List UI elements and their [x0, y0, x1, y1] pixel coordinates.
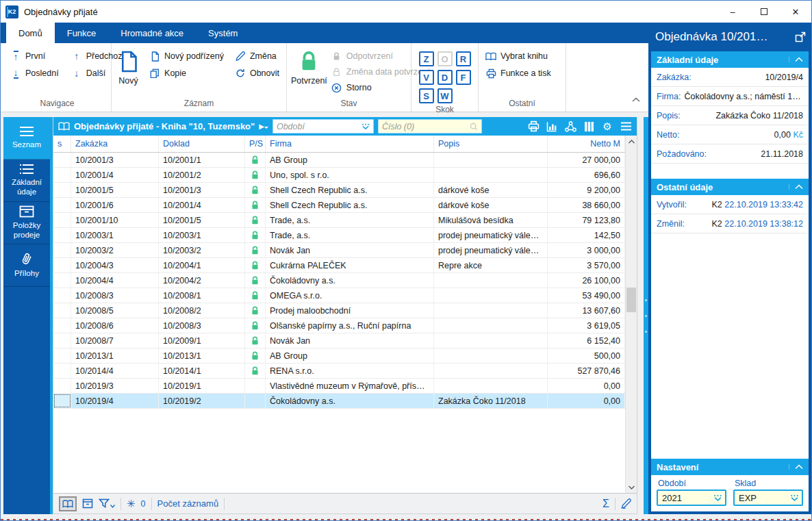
row-select-cell[interactable]	[53, 394, 71, 408]
tab-funkce[interactable]: Funkce	[55, 23, 109, 43]
section-header[interactable]: Ostatní údaje	[651, 179, 809, 195]
minimize-button[interactable]: –	[717, 1, 748, 23]
table-row[interactable]: 10/2001/10 10/2001/5 Trade, a.s. Mikuláš…	[53, 213, 625, 228]
row-select-cell[interactable]	[53, 198, 71, 212]
scroll-down-icon[interactable]	[626, 481, 637, 493]
table-row[interactable]: 10/2001/5 10/2001/3 Shell Czech Republic…	[53, 183, 625, 198]
row-select-cell[interactable]	[53, 243, 71, 257]
table-row[interactable]: 10/2001/6 10/2001/4 Shell Czech Republic…	[53, 198, 625, 213]
table-row[interactable]: 10/2001/3 10/2001/1 AB Group 27 000,00	[53, 153, 625, 168]
col-header-ps[interactable]: P/S	[245, 136, 266, 152]
copy-button[interactable]: Kopie	[147, 67, 227, 79]
new-button[interactable]: Nový	[116, 47, 141, 86]
row-select-cell[interactable]	[53, 303, 71, 318]
jump-key-s[interactable]: S	[419, 88, 434, 103]
collapse-chevron-icon[interactable]	[789, 464, 803, 470]
collapse-chevron-icon[interactable]	[789, 184, 803, 190]
filter-button[interactable]	[99, 498, 115, 509]
chart-icon[interactable]	[545, 120, 559, 134]
period-filter-input[interactable]: Období	[272, 119, 374, 134]
new-child-button[interactable]: Nový podřízený	[147, 50, 227, 62]
print-icon[interactable]	[526, 120, 540, 134]
jump-key-d[interactable]: D	[437, 70, 453, 85]
sidebar-item-polozky-prodeje[interactable]: Položky prodeje	[3, 202, 50, 244]
table-row[interactable]: 10/2004/3 10/2004/1 Cukrárna PALEČEK Rep…	[53, 258, 625, 273]
number-search-input[interactable]: Číslo (0)	[378, 119, 482, 134]
row-select-cell[interactable]	[53, 333, 71, 348]
table-row[interactable]: 10/2001/4 10/2001/2 Uno, spol. s r.o. 69…	[53, 168, 625, 183]
section-header[interactable]: Základní údaje	[651, 51, 809, 68]
col-header-firma[interactable]: Firma	[266, 136, 434, 152]
col-header-s[interactable]: s	[53, 136, 71, 152]
row-select-cell[interactable]	[53, 183, 71, 197]
scroll-up-icon[interactable]	[626, 136, 637, 147]
tab-hromadne-akce[interactable]: Hromadné akce	[108, 23, 196, 43]
vertical-scrollbar[interactable]	[625, 136, 637, 493]
section-header[interactable]: Nastavení	[651, 459, 809, 475]
confirm-button[interactable]: Potvrzení	[291, 47, 327, 86]
workflow-icon[interactable]	[563, 120, 577, 134]
row-select-cell[interactable]	[53, 364, 71, 378]
record-count-button[interactable]: Počet záznamů	[157, 498, 219, 509]
table-row[interactable]: 10/2003/2 10/2003/2 Novák Jan prodej pne…	[53, 243, 625, 258]
scrollbar-track[interactable]	[626, 147, 637, 481]
col-header-popis[interactable]: Popis	[434, 136, 548, 152]
sidebar-item-seznam[interactable]: Seznam	[3, 117, 50, 160]
pick-book-button[interactable]: Vybrat knihu	[483, 50, 554, 62]
tab-domu[interactable]: Domů	[6, 23, 55, 43]
table-row[interactable]: 10/2014/4 10/2014/1 RENA s.r.o. 527 870,…	[53, 364, 625, 379]
sidebar-item-prilohy[interactable]: Přílohy	[3, 244, 50, 287]
settings-gear-icon[interactable]: ⚙	[600, 120, 614, 134]
sidebar-item-zakladni-udaje[interactable]: Základní údaje	[3, 160, 50, 202]
period-select[interactable]: 2021	[657, 490, 726, 506]
row-select-cell[interactable]	[53, 228, 71, 242]
table-row[interactable]: 10/2003/1 10/2003/1 Trade, a.s. prodej p…	[53, 228, 625, 243]
menu-hamburger-icon[interactable]	[619, 120, 633, 134]
close-button[interactable]: ✕	[780, 1, 811, 23]
last-button[interactable]: ↓Poslední	[8, 67, 62, 79]
jump-key-w[interactable]: W	[437, 88, 453, 103]
maximize-button[interactable]	[748, 1, 780, 23]
archive-button[interactable]	[82, 498, 93, 509]
row-select-cell[interactable]	[53, 273, 71, 288]
ribbon-collapse-icon[interactable]	[632, 95, 640, 105]
table-row[interactable]: 10/2008/5 10/2008/2 Prodej maloobchodní …	[53, 303, 625, 318]
col-header-netto[interactable]: Netto M	[548, 136, 625, 152]
col-header-zakazka[interactable]: Zakázka	[71, 136, 159, 152]
table-row[interactable]: 10/2008/3 10/2008/1 OMEGA s.r.o. 53 490,…	[53, 288, 625, 303]
table-row[interactable]: 10/2004/4 10/2004/2 Čokoládovny a.s. 26 …	[53, 273, 625, 288]
jump-key-v[interactable]: V	[419, 70, 434, 85]
table-row[interactable]: 10/2013/1 10/2013/1 AB Group 500,00	[53, 348, 625, 364]
sum-button[interactable]: Σ	[602, 498, 609, 510]
change-button[interactable]: Změna	[232, 50, 282, 62]
panel-splitter[interactable]	[644, 117, 648, 514]
jump-key-z[interactable]: Z	[419, 51, 434, 66]
asterisk-selection-icon[interactable]: ✳	[127, 498, 136, 510]
row-select-cell[interactable]	[53, 153, 71, 167]
functions-print-button[interactable]: Funkce a tisk	[483, 67, 554, 79]
table-row[interactable]: 10/2008/6 10/2008/3 Olšanské papírny a.s…	[53, 318, 625, 333]
collapse-chevron-icon[interactable]	[789, 57, 803, 62]
refresh-button[interactable]: Obnovit	[232, 67, 282, 79]
first-button[interactable]: ↑První	[8, 50, 62, 62]
row-select-cell[interactable]	[53, 318, 71, 333]
row-select-cell[interactable]	[53, 258, 71, 272]
row-select-cell[interactable]	[53, 213, 71, 227]
warehouse-select[interactable]: EXP	[733, 490, 803, 506]
expand-play-icon[interactable]: ▶	[259, 123, 268, 130]
open-external-icon[interactable]	[795, 31, 806, 42]
book-view-button[interactable]	[59, 496, 77, 511]
row-select-cell[interactable]	[53, 168, 71, 182]
columns-icon[interactable]	[582, 120, 596, 134]
edit-pencil-button[interactable]	[621, 498, 631, 509]
row-select-cell[interactable]	[53, 379, 71, 393]
tab-system[interactable]: Systém	[196, 23, 250, 43]
table-row[interactable]: 10/2008/7 10/2009/1 Novák Jan 6 152,40	[53, 333, 625, 348]
jump-key-r[interactable]: R	[456, 51, 471, 66]
table-row[interactable]: 10/2019/3 10/2019/1 Vlastivědné muzeum v…	[53, 379, 625, 394]
jump-key-f[interactable]: F	[456, 70, 471, 85]
scrollbar-thumb[interactable]	[626, 288, 636, 312]
row-select-cell[interactable]	[53, 288, 71, 303]
table-row[interactable]: 10/2019/4 10/2019/2 Čokoládovny a.s. Zak…	[53, 394, 625, 409]
col-header-doklad[interactable]: Doklad	[159, 136, 245, 152]
